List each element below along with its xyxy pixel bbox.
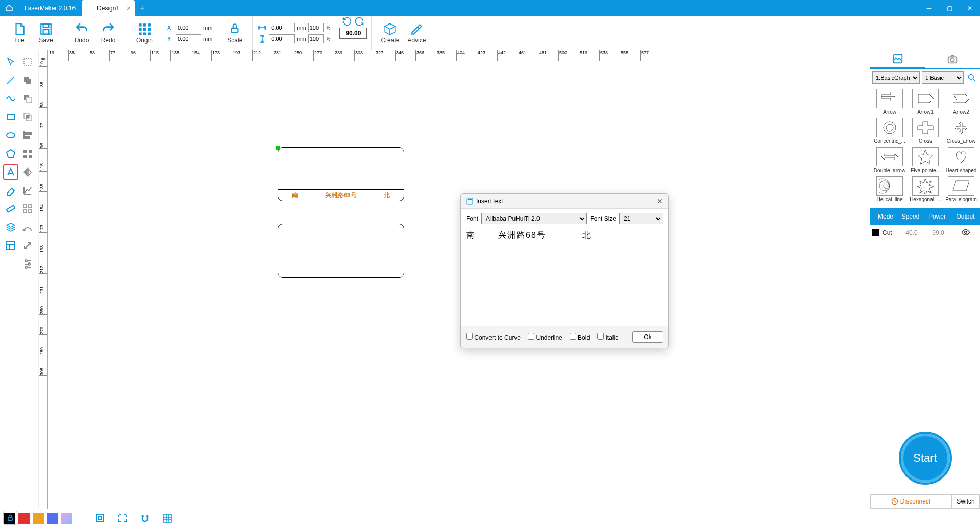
font-label: Font [466,215,478,222]
bold-checkbox[interactable]: Bold [570,333,590,341]
shapes-tab[interactable] [870,50,925,68]
fit-icon[interactable] [92,510,108,526]
shape-heart-shaped[interactable]: Heart-shaped [944,146,978,174]
disconnect-button[interactable]: Disconnect [870,494,951,509]
category-1-select[interactable]: 1.BasicGraph [872,71,920,84]
new-tab-button[interactable]: + [135,0,150,16]
tab-close-icon[interactable]: × [127,4,131,12]
visibility-icon[interactable] [952,228,979,238]
italic-checkbox[interactable]: Italic [597,333,618,341]
layer-row[interactable]: Cut 40.0 99.0 [870,225,980,241]
line-tool[interactable] [3,73,18,88]
document-tab[interactable]: Design1 × [82,0,135,16]
svg-rect-12 [232,28,238,32]
subtract-tool[interactable] [20,91,35,106]
mirror-tool[interactable] [20,164,35,180]
svg-point-54 [886,124,893,131]
ok-button[interactable]: Ok [632,331,663,343]
shape-parallelogram[interactable]: Parallelogram [944,175,978,203]
save-button[interactable]: Save [33,19,59,47]
shape-concentric_...[interactable]: Concentric_... [872,117,907,145]
rect-tool[interactable] [3,109,18,125]
height-pct-input[interactable] [308,34,324,43]
camera-tab[interactable] [925,50,981,68]
maximize-icon[interactable]: ▢ [939,5,960,12]
color-red[interactable] [18,513,30,524]
resize-handle[interactable] [276,146,280,150]
scale-button[interactable]: Scale [222,19,248,47]
width-input[interactable] [269,23,295,32]
measure-tool[interactable] [3,201,18,217]
text-tool[interactable] [3,164,18,180]
union-tool[interactable] [20,73,35,88]
dialog-close-icon[interactable]: ✕ [657,197,663,205]
shape-arrow2[interactable]: Arrow2 [944,88,978,116]
undo-button[interactable]: Undo [68,19,95,47]
direction-tool[interactable] [20,238,35,253]
shape-helical_line[interactable]: Helical_line [872,175,907,203]
underline-checkbox[interactable]: Underline [528,333,562,341]
close-window-icon[interactable]: ✕ [960,5,980,12]
shape-five-pointe...[interactable]: Five-pointe... [908,146,943,174]
eraser-tool[interactable] [3,183,18,198]
layers-header: Mode Speed Power Output [870,208,980,225]
intersect-tool[interactable] [20,109,35,125]
home-icon[interactable] [0,4,18,13]
y-input[interactable] [176,34,201,43]
lock-icon[interactable] [3,511,17,525]
canvas-area[interactable]: mm 1938587796115135154173193212231250270… [39,50,870,509]
convert-checkbox[interactable]: Convert to Curve [466,333,521,341]
shape-double_arrow[interactable]: Double_arrow [872,146,907,174]
file-button[interactable]: File [6,19,33,47]
advice-button[interactable]: Advice [403,19,430,47]
color-gradient[interactable] [61,513,72,524]
settings-tool[interactable] [20,256,35,272]
array-tool[interactable] [20,201,35,217]
redo-button[interactable]: Redo [95,19,121,47]
font-select[interactable]: Alibaba PuHuiTi 2.0 [481,213,587,224]
align-left-tool[interactable] [20,128,35,143]
category-2-select[interactable]: 1.Basic [922,71,964,84]
shape-arrow1[interactable]: Arrow1 [908,88,943,116]
grid-view-icon[interactable] [159,510,176,526]
svg-line-52 [973,79,975,81]
font-size-select[interactable]: 21 [619,213,663,224]
ellipse-tool[interactable] [3,128,18,143]
zoom-region-icon[interactable] [114,510,131,526]
svg-rect-45 [8,517,12,520]
shape-cross[interactable]: Cross [908,117,943,145]
svg-point-50 [951,58,954,61]
shape-hexagonal_...[interactable]: Hexagonal_... [908,175,943,203]
chart-tool[interactable] [20,183,35,198]
layout-tool[interactable] [3,238,18,253]
svg-rect-9 [139,32,141,35]
magnet-icon[interactable] [137,510,153,526]
shape-cross_arrow[interactable]: Cross_arrow [944,117,978,145]
search-icon[interactable] [966,71,978,84]
text-input[interactable] [466,228,663,320]
x-input[interactable] [176,23,201,32]
width-pct-input[interactable] [308,23,324,32]
switch-button[interactable]: Switch [951,494,980,509]
color-orange[interactable] [33,513,44,524]
rotate-cw-icon[interactable] [354,16,364,27]
shape-arrow[interactable]: Arrow [872,88,907,116]
grid-shapes-tool[interactable] [20,146,35,161]
minimize-icon[interactable]: ─ [919,5,939,12]
rotate-input[interactable] [339,28,367,39]
path-tool[interactable] [20,220,35,235]
svg-rect-3 [139,23,141,26]
marquee-tool[interactable] [20,54,35,69]
height-input[interactable] [269,34,295,43]
curve-tool[interactable] [3,91,18,106]
color-blue[interactable] [47,513,58,524]
origin-button[interactable]: Origin [131,19,158,47]
rotate-ccw-icon[interactable] [342,16,352,27]
layers-tool[interactable] [3,220,18,235]
start-button[interactable]: Start [901,434,950,483]
create-button[interactable]: Create [377,19,403,47]
rectangle-shape-2[interactable] [278,224,404,278]
rectangle-shape-1[interactable]: 南 兴洲路68号 北 [278,147,404,201]
select-tool[interactable] [3,54,18,69]
polygon-tool[interactable] [3,146,18,161]
